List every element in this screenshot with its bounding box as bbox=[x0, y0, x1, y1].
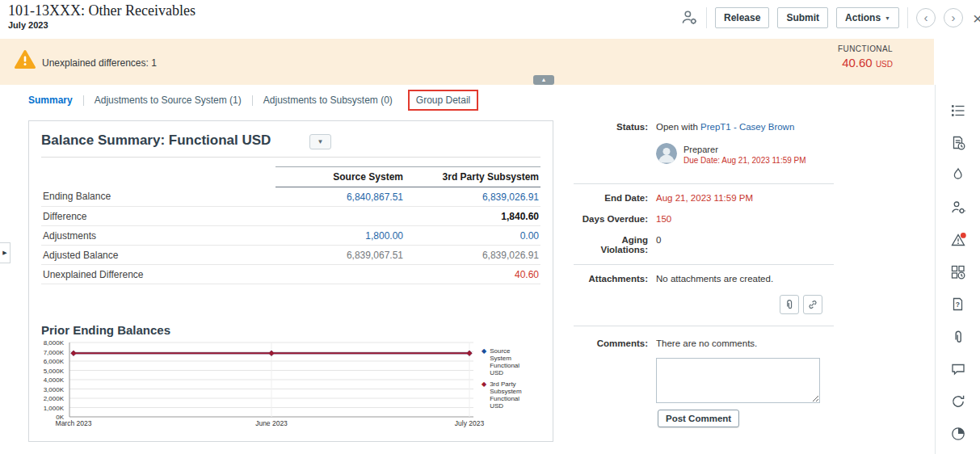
paperclip-icon bbox=[950, 329, 966, 345]
chart-legend: ◆Source System Functional USD◆3rd Party … bbox=[482, 347, 540, 414]
aging-violations-label: Aging Violations: bbox=[574, 235, 648, 254]
close-icon: × bbox=[973, 9, 980, 27]
panel-divider bbox=[574, 264, 834, 265]
tab-group-detail[interactable]: Group Detail bbox=[414, 95, 472, 106]
chart-y-axis-labels: 0K1,000K2,000K3,000K4,000K5,000K6,000K7,… bbox=[41, 343, 66, 417]
properties-list-icon bbox=[950, 103, 966, 119]
warning-triangle-icon bbox=[950, 232, 966, 248]
adjusted-balance-source-value: 6,839,067.51 bbox=[275, 246, 405, 265]
submit-button[interactable]: Submit bbox=[777, 7, 828, 28]
warning-icon bbox=[14, 49, 36, 74]
row-label: Unexplained Difference bbox=[41, 265, 275, 284]
add-link-button[interactable] bbox=[803, 295, 822, 314]
due-date-text: Due Date: Aug 21, 2023 11:59 PM bbox=[683, 156, 806, 165]
attachments-text: No attachments are created. bbox=[656, 274, 773, 284]
chart-title: Prior Ending Balances bbox=[41, 323, 170, 337]
expand-right-icon: ▶ bbox=[2, 250, 6, 256]
comments-text: There are no comments. bbox=[656, 338, 757, 348]
aging-violations-value: 0 bbox=[656, 235, 661, 245]
transactions-button[interactable] bbox=[948, 263, 969, 282]
attachments-label: Attachments: bbox=[574, 274, 648, 284]
adjusted-balance-subsystem-value: 6,839,026.91 bbox=[405, 246, 540, 265]
previous-item-button[interactable]: ‹ bbox=[916, 8, 936, 27]
column-3rd-party-subsystem: 3rd Party Subsystem bbox=[405, 167, 540, 187]
ending-balance-subsystem-link[interactable]: 6,839,026.91 bbox=[405, 187, 540, 207]
panel-divider bbox=[574, 326, 834, 326]
divider bbox=[706, 7, 707, 28]
workflow-button[interactable] bbox=[948, 198, 969, 217]
actions-button[interactable]: Actions ▼ bbox=[836, 7, 899, 28]
balance-summary-dropdown[interactable]: ▼ bbox=[309, 134, 331, 149]
chevron-left-icon: ‹ bbox=[924, 11, 928, 23]
attachments-button[interactable] bbox=[948, 327, 969, 347]
difference-subsystem-value: 1,840.60 bbox=[405, 207, 540, 226]
history-refresh-icon bbox=[950, 393, 966, 410]
row-label: Ending Balance bbox=[41, 187, 275, 207]
warning-badge bbox=[960, 233, 965, 238]
status-prefix: Open with bbox=[656, 122, 698, 132]
column-source-system: Source System bbox=[275, 167, 405, 187]
days-overdue-label: Days Overdue: bbox=[574, 214, 648, 224]
next-item-button[interactable]: › bbox=[944, 8, 963, 27]
row-label: Difference bbox=[41, 207, 275, 226]
table-row-adjustments: Adjustments 1,800.00 0.00 bbox=[41, 226, 540, 246]
ending-balance-source-link[interactable]: 6,840,867.51 bbox=[275, 187, 405, 207]
banner-message: Unexplained differences: 1 bbox=[42, 57, 157, 69]
properties-button[interactable] bbox=[948, 101, 969, 120]
status-label: Status: bbox=[574, 122, 648, 132]
status-value: Open with PrepT1 - Casey Brown bbox=[656, 122, 794, 132]
unexplained-source-value bbox=[275, 265, 405, 284]
tab-bar: Summary Adjustments to Source System (1)… bbox=[0, 85, 934, 116]
expand-left-panel-button[interactable]: ▶ bbox=[0, 242, 11, 263]
alerts-button[interactable] bbox=[948, 166, 969, 185]
link-icon bbox=[806, 298, 819, 311]
drawer-icon-rail: ? bbox=[935, 85, 980, 454]
warnings-button[interactable] bbox=[948, 230, 969, 250]
post-comment-button[interactable]: Post Comment bbox=[658, 410, 739, 427]
currency-code: USD bbox=[876, 60, 893, 69]
row-label: Adjusted Balance bbox=[41, 246, 275, 265]
currency-type-label: FUNCTIONAL bbox=[838, 44, 893, 53]
chart-plot-area bbox=[69, 343, 473, 417]
page-title: 101-13XXX: Other Receivables bbox=[8, 2, 196, 19]
tab-adjustments-source-system[interactable]: Adjustments to Source System (1) bbox=[84, 95, 252, 106]
questions-button[interactable]: ? bbox=[948, 295, 969, 314]
unexplained-amount: 40.60 bbox=[842, 56, 873, 69]
table-row-ending-balance: Ending Balance 6,840,867.51 6,839,026.91 bbox=[41, 187, 540, 207]
assignee-link[interactable]: PrepT1 - Casey Brown bbox=[700, 122, 794, 132]
reassign-user-icon[interactable] bbox=[680, 9, 698, 27]
adjustments-source-link[interactable]: 1,800.00 bbox=[275, 226, 405, 246]
adjustments-subsystem-link[interactable]: 0.00 bbox=[405, 226, 540, 246]
comment-input[interactable] bbox=[656, 358, 820, 403]
comments-button[interactable] bbox=[948, 359, 969, 379]
page-period: July 2023 bbox=[8, 20, 48, 30]
chevron-right-icon: › bbox=[952, 11, 956, 23]
workflow-user-gear-icon bbox=[950, 200, 966, 216]
pie-chart-icon bbox=[950, 426, 966, 442]
tab-adjustments-subsystem[interactable]: Adjustments to Subsystem (0) bbox=[253, 95, 403, 106]
unexplained-subsystem-value: 40.60 bbox=[405, 265, 540, 284]
table-row-unexplained-difference: Unexplained Difference 40.60 bbox=[41, 265, 540, 284]
balance-summary-table: Source System 3rd Party Subsystem Ending… bbox=[41, 166, 540, 284]
difference-source-value bbox=[275, 207, 405, 226]
instructions-button[interactable] bbox=[948, 133, 969, 153]
add-attachment-button[interactable] bbox=[780, 295, 799, 314]
empty-header bbox=[41, 167, 275, 187]
actions-label: Actions bbox=[845, 12, 881, 23]
table-row-adjusted-balance: Adjusted Balance 6,839,067.51 6,839,026.… bbox=[41, 246, 540, 265]
summary-pie-button[interactable] bbox=[948, 424, 969, 443]
close-button[interactable]: × bbox=[971, 10, 980, 27]
balance-summary-title: Balance Summary: Functional USD bbox=[41, 132, 271, 149]
tab-summary[interactable]: Summary bbox=[28, 95, 83, 106]
release-button[interactable]: Release bbox=[715, 7, 769, 28]
divider bbox=[907, 7, 908, 28]
paperclip-icon bbox=[783, 298, 796, 311]
panel-divider bbox=[574, 183, 834, 184]
attachment-actions bbox=[780, 295, 822, 314]
warning-banner: Unexplained differences: 1 FUNCTIONAL 40… bbox=[0, 39, 934, 85]
history-button[interactable] bbox=[948, 392, 969, 411]
comments-label: Comments: bbox=[574, 338, 648, 348]
collapse-banner-button[interactable]: ▲ bbox=[533, 75, 554, 85]
annotation-highlight-box: Group Detail bbox=[408, 90, 478, 111]
legend-entry: ◆Source System Functional USD bbox=[482, 347, 540, 376]
